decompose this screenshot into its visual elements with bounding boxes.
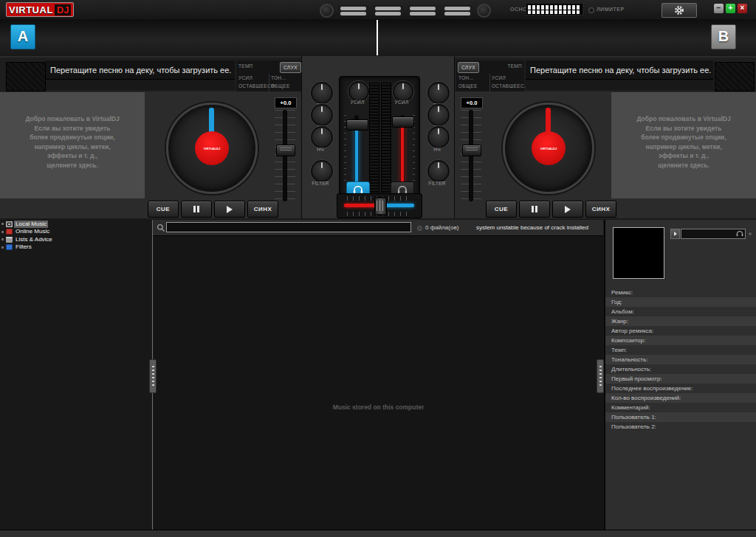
field-last-play[interactable]: Последнее воспроизведение:: [605, 384, 756, 393]
field-album[interactable]: Альбом:: [605, 307, 756, 316]
limiter-led[interactable]: [588, 7, 594, 13]
cue-button[interactable]: CUE: [486, 201, 517, 218]
lists-advice-icon: [6, 237, 13, 243]
layout-button-3[interactable]: [408, 5, 438, 16]
expander-dot[interactable]: [1, 238, 4, 240]
tempo-label: ТЕМП: [238, 63, 253, 69]
track-info-panel: Ремикс: Год: Альбом: Жанр: Автор ремикса…: [604, 220, 756, 530]
expander-dot[interactable]: [1, 231, 4, 233]
deck-b-volume-handle[interactable]: [392, 117, 414, 128]
field-key[interactable]: Тональность:: [605, 355, 756, 364]
field-play-count[interactable]: Кол-во воспроизведений:: [605, 393, 756, 403]
empty-list-message: Music stored on this computer: [154, 403, 603, 411]
field-user1[interactable]: Пользователь 1:: [605, 412, 756, 422]
left-led-button[interactable]: [320, 4, 334, 18]
deck-a-volume-handle[interactable]: [346, 119, 368, 131]
deck-a: Перетащите песню на деку, чтобы загрузит…: [0, 56, 301, 218]
play-button[interactable]: [214, 201, 245, 218]
key-button[interactable]: СЛУХ: [280, 62, 301, 73]
folder-panel: Local Music Online Music Lists & Advice …: [0, 220, 153, 530]
deck-a-artist-line: [46, 80, 235, 90]
preview-progress-bar[interactable]: [681, 229, 746, 239]
cue-button[interactable]: CUE: [148, 201, 179, 218]
layout-button-4[interactable]: [442, 5, 472, 16]
search-icon[interactable]: [157, 224, 165, 232]
field-length[interactable]: Длительность:: [605, 364, 756, 374]
deck-b-button[interactable]: B: [711, 24, 736, 49]
field-bpm[interactable]: Темп:: [605, 345, 756, 355]
close-button[interactable]: ×: [738, 4, 747, 13]
headphone-icon: [397, 186, 408, 194]
field-genre[interactable]: Жанр:: [605, 316, 756, 326]
jog-hub: VIRTUALDJ: [195, 131, 229, 165]
layout-button-2[interactable]: [373, 5, 403, 16]
logo-virtual-text: VIRTUAL: [9, 4, 53, 15]
left-splitter-handle[interactable]: [149, 359, 157, 393]
deck-b-eq-high-knob[interactable]: [427, 82, 450, 104]
window-layout-controls: [320, 4, 491, 18]
deck-b-pitch-fader[interactable]: [461, 110, 481, 201]
deck-a-pitch-fader[interactable]: [275, 110, 295, 201]
deck-a-filter-knob[interactable]: [311, 160, 333, 182]
sidebar-item-filters[interactable]: Filters: [0, 243, 152, 251]
deck-a-button[interactable]: A: [10, 24, 35, 49]
deck-b-gain-knob[interactable]: [393, 81, 413, 102]
pause-button[interactable]: [519, 201, 550, 218]
headphone-icon: [353, 186, 363, 194]
play-button[interactable]: [552, 201, 583, 218]
deck-b-drop-zone[interactable]: Перетащите песню на деку, чтобы загрузит…: [526, 60, 713, 80]
minimize-button[interactable]: −: [714, 4, 724, 13]
sync-button[interactable]: СИНХ: [247, 201, 278, 218]
pitch-fader-handle[interactable]: [462, 145, 481, 156]
field-user2[interactable]: Пользователь 2:: [605, 422, 756, 432]
deck-a-drop-zone[interactable]: Перетащите песню на деку, чтобы загрузит…: [46, 60, 235, 80]
deck-a-eq-mid-knob[interactable]: [311, 104, 333, 126]
expander-dot[interactable]: [1, 223, 4, 225]
deck-a-welcome-link[interactable]: Добро пожаловать в VirtualDJ Если вы хот…: [0, 92, 145, 198]
rhythm-center-marker: [377, 20, 378, 55]
field-comment[interactable]: Комментарий:: [605, 403, 756, 412]
tempo-label: ТЕМП: [507, 63, 522, 69]
field-year[interactable]: Год:: [605, 297, 756, 307]
deck-a-art-placeholder: [6, 62, 46, 91]
deck-a-eq-high-knob[interactable]: [311, 82, 333, 104]
gain-label: УСИЛ: [387, 100, 416, 105]
sidebar-item-local-music[interactable]: Local Music: [0, 221, 152, 228]
deck-a-gain-knob[interactable]: [348, 81, 369, 102]
field-first-seen[interactable]: Первый просмотр:: [605, 374, 756, 384]
deck-a-transport: CUE СИНХ: [148, 201, 278, 218]
sidebar-item-online-music[interactable]: Online Music: [0, 228, 152, 235]
deck-a-jog-wheel[interactable]: VIRTUALDJ: [166, 103, 258, 194]
settings-button[interactable]: [662, 3, 697, 18]
deck-a-eq-low-knob[interactable]: [311, 126, 333, 148]
field-composer[interactable]: Композитор:: [605, 336, 756, 345]
crossfader[interactable]: [337, 193, 422, 218]
layout-button-1[interactable]: [338, 5, 368, 16]
field-remix[interactable]: Ремикс:: [605, 288, 756, 297]
maximize-button[interactable]: +: [726, 4, 735, 13]
field-remixer[interactable]: Автор ремикса:: [605, 326, 756, 336]
deck-b-eq-low-knob[interactable]: [427, 126, 450, 148]
expander-dot[interactable]: [1, 246, 4, 249]
pause-button[interactable]: [181, 201, 212, 218]
crossfader-left-bar: [344, 204, 379, 207]
filters-icon: [6, 244, 13, 250]
pitch-fader-handle[interactable]: [276, 145, 295, 156]
deck-b-jog-wheel[interactable]: VIRTUALDJ: [503, 103, 594, 194]
deck-b-filter-knob[interactable]: [427, 160, 450, 182]
key-button[interactable]: СЛУХ: [458, 62, 479, 73]
deck-b-welcome-link[interactable]: Добро пожаловать в VirtualDJ Если вы хот…: [611, 92, 756, 198]
right-splitter-handle[interactable]: [597, 359, 604, 393]
sidebar-item-lists-advice[interactable]: Lists & Advice: [0, 236, 152, 243]
sync-button[interactable]: СИНХ: [585, 201, 616, 218]
deck-b-eq-mid-knob[interactable]: [427, 104, 450, 126]
deck-b-header: СЛУХ ТЕМП ТОН... УСИЛ ОБЩЕЕ ОСТАВШЕЕС...…: [455, 58, 756, 91]
preview-play-button[interactable]: [670, 229, 680, 239]
crossfader-handle[interactable]: [374, 197, 387, 215]
deck-b-transport: CUE СИНХ: [486, 201, 616, 218]
mixer-center-panel: УСИЛ УСИЛ: [339, 76, 420, 200]
search-input[interactable]: [166, 222, 411, 232]
file-list[interactable]: Music stored on this computer: [154, 236, 603, 530]
jog-hub-text: VIRTUALDJ: [204, 147, 220, 150]
right-led-button[interactable]: [477, 4, 491, 18]
